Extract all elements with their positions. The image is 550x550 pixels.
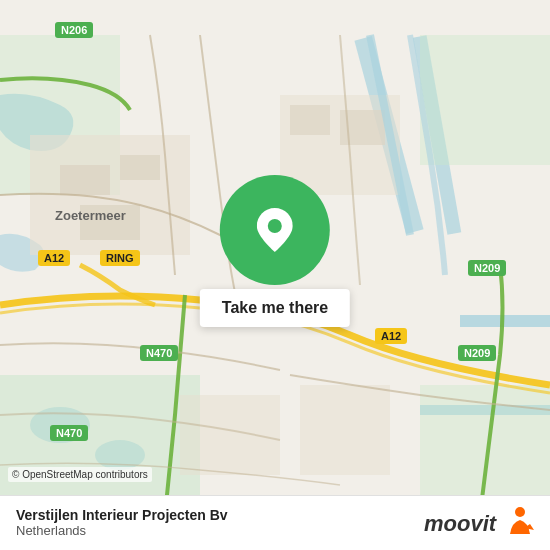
road-badge-n209-2: N209: [458, 345, 496, 361]
take-me-there-button[interactable]: Take me there: [200, 289, 350, 327]
svg-rect-16: [290, 105, 330, 135]
svg-rect-19: [300, 385, 390, 475]
svg-rect-12: [60, 165, 110, 195]
moovit-person-icon: [506, 506, 534, 538]
location-country: Netherlands: [16, 523, 228, 538]
osm-attribution: © OpenStreetMap contributors: [8, 467, 152, 482]
bottom-bar: Verstijlen Interieur Projecten Bv Nether…: [0, 495, 550, 550]
moovit-logo: moovit: [424, 506, 534, 538]
svg-rect-8: [420, 35, 550, 165]
map-container: Zoetermeer N206 A12 RING A12 A12 N470 N4…: [0, 0, 550, 550]
svg-rect-18: [180, 395, 280, 475]
svg-point-23: [515, 507, 525, 517]
svg-text:Zoetermeer: Zoetermeer: [55, 208, 126, 223]
road-badge-a12-1: A12: [38, 250, 70, 266]
road-badge-n206: N206: [55, 22, 93, 38]
svg-text:moovit: moovit: [424, 511, 498, 536]
svg-point-21: [268, 219, 282, 233]
road-badge-n209-1: N209: [468, 260, 506, 276]
location-name: Verstijlen Interieur Projecten Bv: [16, 507, 228, 523]
road-badge-ring: RING: [100, 250, 140, 266]
location-info: Verstijlen Interieur Projecten Bv Nether…: [16, 507, 228, 538]
road-badge-n470-2: N470: [50, 425, 88, 441]
svg-rect-13: [120, 155, 160, 180]
moovit-logo-svg: moovit: [424, 507, 504, 537]
location-pin-circle: [220, 175, 330, 285]
road-badge-n470-1: N470: [140, 345, 178, 361]
road-badge-a12-3: A12: [375, 328, 407, 344]
location-pin-icon: [257, 208, 293, 252]
svg-rect-3: [460, 315, 550, 327]
take-me-there-overlay: Take me there: [200, 175, 350, 327]
